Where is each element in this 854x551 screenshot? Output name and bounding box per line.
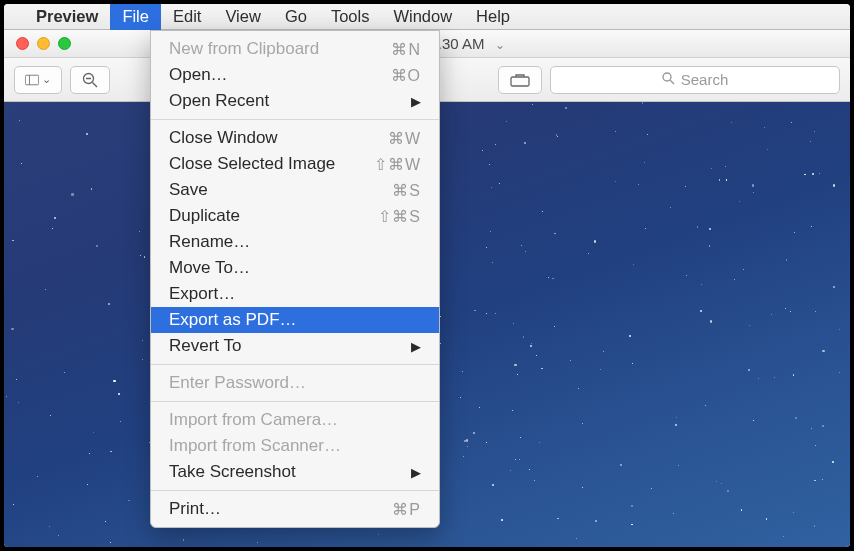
menu-item-label: Import from Camera… <box>169 410 338 430</box>
menubar-file[interactable]: File <box>110 4 161 30</box>
menu-item-shortcut: ⌘S <box>392 181 421 200</box>
menu-item-label: Save <box>169 180 208 200</box>
menu-item-label: Import from Scanner… <box>169 436 341 456</box>
close-button[interactable] <box>16 37 29 50</box>
zoom-out-icon <box>82 72 98 88</box>
markup-button[interactable] <box>498 66 542 94</box>
menu-item-close-selected-image[interactable]: Close Selected Image⇧⌘W <box>151 151 439 177</box>
menu-item-revert-to[interactable]: Revert To▶ <box>151 333 439 359</box>
menu-item-close-window[interactable]: Close Window⌘W <box>151 125 439 151</box>
menubar-help[interactable]: Help <box>464 4 522 30</box>
menu-item-shortcut: ⌘P <box>392 500 421 519</box>
menu-item-save[interactable]: Save⌘S <box>151 177 439 203</box>
menu-separator <box>151 364 439 365</box>
menu-item-label: Rename… <box>169 232 250 252</box>
submenu-arrow-icon: ▶ <box>411 94 421 109</box>
menu-item-label: New from Clipboard <box>169 39 319 59</box>
minimize-button[interactable] <box>37 37 50 50</box>
menubar-tools[interactable]: Tools <box>319 4 382 30</box>
submenu-arrow-icon: ▶ <box>411 339 421 354</box>
menu-separator <box>151 490 439 491</box>
menu-item-rename[interactable]: Rename… <box>151 229 439 255</box>
menu-item-shortcut: ⌘O <box>391 66 421 85</box>
menubar-edit[interactable]: Edit <box>161 4 213 30</box>
menu-item-label: Enter Password… <box>169 373 306 393</box>
menubar-go[interactable]: Go <box>273 4 319 30</box>
menu-item-open[interactable]: Open…⌘O <box>151 62 439 88</box>
menubar-view[interactable]: View <box>213 4 272 30</box>
menu-item-duplicate[interactable]: Duplicate⇧⌘S <box>151 203 439 229</box>
menu-item-shortcut: ⌘N <box>391 40 421 59</box>
menu-item-export-as-pdf[interactable]: Export as PDF… <box>151 307 439 333</box>
svg-rect-5 <box>511 77 529 86</box>
menu-item-move-to[interactable]: Move To… <box>151 255 439 281</box>
menu-item-import-from-scanner: Import from Scanner… <box>151 433 439 459</box>
menu-item-label: Print… <box>169 499 221 519</box>
menu-item-label: Move To… <box>169 258 250 278</box>
svg-rect-0 <box>25 75 38 85</box>
toolbox-icon <box>510 73 530 87</box>
menu-item-shortcut: ⇧⌘W <box>374 155 421 174</box>
menu-item-label: Close Window <box>169 128 278 148</box>
menu-item-import-from-camera: Import from Camera… <box>151 407 439 433</box>
maximize-button[interactable] <box>58 37 71 50</box>
svg-line-7 <box>670 80 674 84</box>
search-field[interactable]: Search <box>550 66 840 94</box>
menubar-app[interactable]: Preview <box>24 4 110 30</box>
menu-item-label: Close Selected Image <box>169 154 335 174</box>
menu-item-label: Duplicate <box>169 206 240 226</box>
menu-separator <box>151 119 439 120</box>
menu-item-label: Take Screenshot <box>169 462 296 482</box>
chevron-down-icon: ⌄ <box>42 73 51 86</box>
menu-item-new-from-clipboard: New from Clipboard⌘N <box>151 36 439 62</box>
menu-item-print[interactable]: Print…⌘P <box>151 496 439 522</box>
menu-item-shortcut: ⌘W <box>388 129 421 148</box>
menu-item-label: Open… <box>169 65 228 85</box>
search-icon <box>662 72 675 88</box>
menu-separator <box>151 401 439 402</box>
svg-line-3 <box>93 82 98 87</box>
sidebar-toggle-button[interactable]: ⌄ <box>14 66 62 94</box>
file-menu-dropdown: New from Clipboard⌘NOpen…⌘OOpen Recent▶C… <box>150 30 440 528</box>
menu-item-label: Revert To <box>169 336 241 356</box>
svg-point-6 <box>663 73 671 81</box>
menu-item-open-recent[interactable]: Open Recent▶ <box>151 88 439 114</box>
menu-item-take-screenshot[interactable]: Take Screenshot▶ <box>151 459 439 485</box>
sidebar-icon <box>25 72 39 88</box>
menu-item-enter-password: Enter Password… <box>151 370 439 396</box>
menu-item-shortcut: ⇧⌘S <box>378 207 421 226</box>
menu-item-label: Open Recent <box>169 91 269 111</box>
submenu-arrow-icon: ▶ <box>411 465 421 480</box>
menubar-window[interactable]: Window <box>381 4 464 30</box>
chevron-down-icon: ⌄ <box>495 38 505 52</box>
menu-item-export[interactable]: Export… <box>151 281 439 307</box>
menu-item-label: Export as PDF… <box>169 310 297 330</box>
menu-item-label: Export… <box>169 284 235 304</box>
menubar: Preview File Edit View Go Tools Window H… <box>4 4 850 30</box>
traffic-lights <box>4 37 71 50</box>
zoom-out-button[interactable] <box>70 66 110 94</box>
search-placeholder: Search <box>681 71 729 88</box>
